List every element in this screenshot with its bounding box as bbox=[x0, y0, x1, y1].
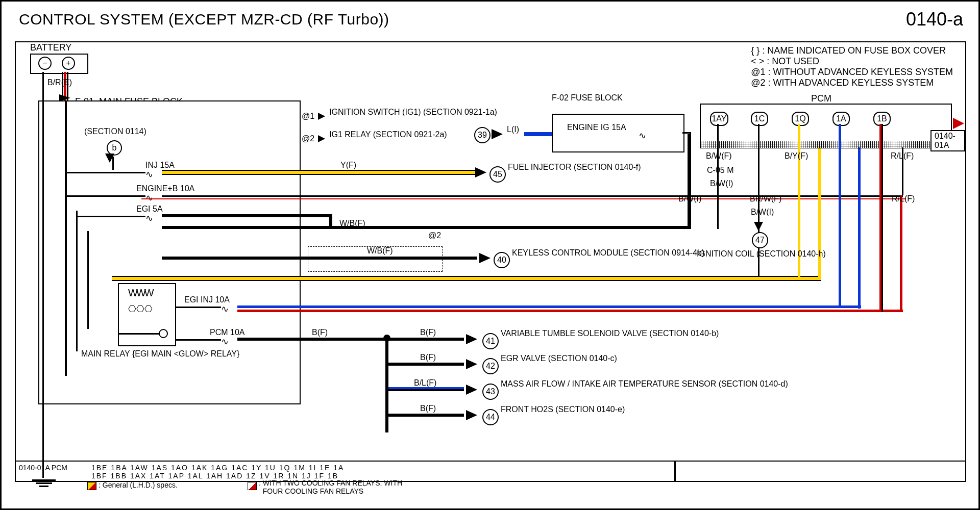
offpage-arrow-icon bbox=[953, 118, 964, 129]
pcm-label: PCM bbox=[811, 93, 831, 104]
fuse-block bbox=[552, 114, 684, 152]
terminal-45: 45 bbox=[489, 166, 506, 183]
terminal-41: 41 bbox=[482, 333, 499, 349]
section-0114: (SECTION 0114) bbox=[84, 127, 146, 136]
main-relay: WWW ⎔⎔⎔ bbox=[118, 283, 176, 346]
at2b: @2 bbox=[428, 231, 441, 240]
page-title: CONTROL SYSTEM (EXCEPT MZR-CD (RF Turbo)… bbox=[19, 11, 389, 28]
wire-brwf: BR/W(F) bbox=[750, 194, 781, 203]
terminal-43: 43 bbox=[482, 384, 499, 400]
footer-fans: : WITH TWO COOLING FAN RELAYS, WITH FOUR… bbox=[259, 479, 402, 495]
fuse-block-label: F-02 FUSE BLOCK bbox=[552, 93, 623, 103]
main-relay-label: MAIN RELAY {EGI MAIN <GLOW> RELAY} bbox=[81, 349, 239, 359]
terminal-40: 40 bbox=[494, 252, 510, 268]
ref-ho2s: FRONT HO2S (SECTION 0140-e) bbox=[501, 405, 625, 414]
footer-general: : General (L.H.D.) specs. bbox=[99, 481, 178, 489]
fuse-engine-ig: ENGINE IG 15A bbox=[567, 123, 626, 132]
swatch-white bbox=[248, 482, 257, 490]
wire-bwi-1: B/W(I) bbox=[710, 179, 733, 188]
ref-keyless: KEYLESS CONTROL MODULE (SECTION 0914-4b) bbox=[512, 248, 704, 258]
wire-byf-pcm: B/Y(F) bbox=[785, 151, 808, 161]
wire-bwi-2: B/W(I) bbox=[678, 194, 701, 203]
wire-bf-trunk: B(F) bbox=[312, 328, 328, 337]
pin-1c: 1C bbox=[751, 112, 768, 126]
ref-vtsv: VARIABLE TUMBLE SOLENOID VALVE (SECTION … bbox=[501, 329, 719, 338]
ref-ignition-coil: IGNITION COIL (SECTION 0140-h) bbox=[697, 249, 826, 259]
wire-yf: Y(F) bbox=[340, 161, 356, 170]
diagram-frame: { } : NAME INDICATED ON FUSE BOX COVER <… bbox=[15, 41, 966, 482]
swatch-yellow bbox=[87, 482, 96, 490]
wire-li: L(I) bbox=[507, 125, 519, 134]
pin-1ay: 1AY bbox=[710, 112, 728, 126]
ref-ign-switch: IGNITION SWITCH (IG1) (SECTION 0921-1a) bbox=[329, 108, 497, 117]
wire-bre: B/R(E) bbox=[47, 78, 72, 87]
wire-bf-41: B(F) bbox=[420, 328, 436, 337]
pin-1a: 1A bbox=[832, 112, 850, 126]
at2: @2 bbox=[302, 134, 314, 143]
wire-bf-42: B(F) bbox=[420, 353, 436, 362]
footer-ref: 0140-01A PCM bbox=[19, 464, 67, 472]
ref-egr: EGR VALVE (SECTION 0140-c) bbox=[501, 354, 617, 363]
wire-bwf-pcm: B/W(F) bbox=[706, 151, 732, 161]
ground-icon bbox=[32, 478, 56, 487]
at1: @1 bbox=[302, 112, 314, 121]
arrow-icon bbox=[475, 167, 486, 177]
offpage-ref: 0140-01A bbox=[930, 130, 965, 151]
wire-c05: C-05 M bbox=[707, 166, 733, 175]
wire-rlf-pcm: R/L(F) bbox=[891, 151, 914, 161]
terminal-42: 42 bbox=[482, 358, 499, 374]
page-number: 0140-a bbox=[906, 9, 963, 30]
legend-notes: { } : NAME INDICATED ON FUSE BOX COVER <… bbox=[751, 45, 953, 88]
ref-maf: MASS AIR FLOW / INTAKE AIR TEMPERATURE S… bbox=[501, 379, 788, 389]
pcm-block bbox=[700, 104, 952, 142]
battery-label: BATTERY bbox=[30, 42, 71, 53]
legend-line: @2 : WITH ADVANCED KEYLESS SYSTEM bbox=[751, 78, 953, 88]
legend-line: { } : NAME INDICATED ON FUSE BOX COVER bbox=[751, 45, 953, 56]
ref-ig1-relay: IG1 RELAY (SECTION 0921-2a) bbox=[329, 130, 447, 139]
ref-fuel-injector: FUEL INJECTOR (SECTION 0140-f) bbox=[508, 163, 641, 172]
terminal-39: 39 bbox=[474, 127, 491, 143]
terminal-47: 47 bbox=[752, 232, 768, 248]
terminal-44: 44 bbox=[482, 409, 499, 425]
wire-bf-44: B(F) bbox=[420, 404, 436, 413]
battery-block: − + bbox=[30, 54, 88, 74]
wire-wbf-2: W/B(F) bbox=[367, 246, 393, 256]
wire-blf-43: B/L(F) bbox=[414, 378, 436, 388]
legend-line: < > : NOT USED bbox=[751, 56, 953, 67]
wire-rlf-2: R/L(F) bbox=[892, 194, 915, 203]
wire-bwi-3: B/W(I) bbox=[751, 208, 774, 217]
legend-line: @1 : WITHOUT ADVANCED KEYLESS SYSTEM bbox=[751, 67, 953, 78]
pin-1q: 1Q bbox=[792, 112, 809, 126]
footer-pins-top: 1BE 1BA 1AW 1AS 1AO 1AK 1AG 1AC 1Y 1U 1Q… bbox=[91, 464, 344, 472]
main-fuse-block bbox=[38, 100, 301, 404]
